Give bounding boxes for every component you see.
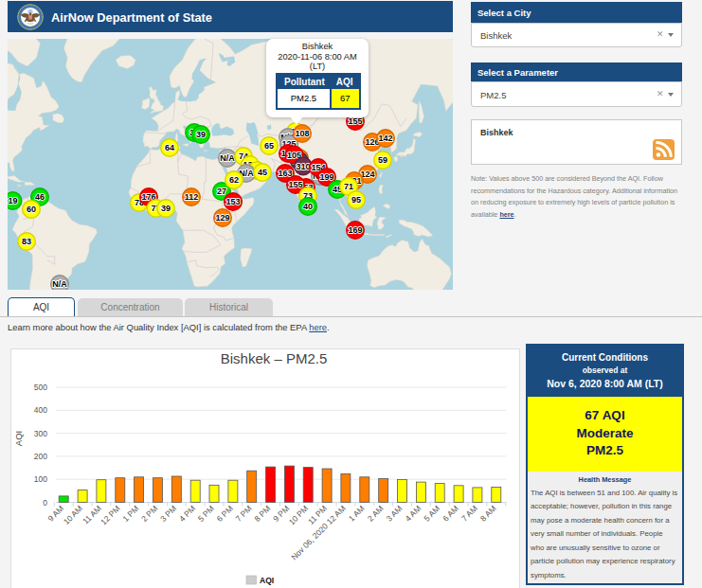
svg-text:169: 169 <box>348 225 362 235</box>
svg-text:400: 400 <box>34 405 47 415</box>
svg-text:100: 100 <box>34 474 47 484</box>
svg-text:10 AM: 10 AM <box>62 504 84 526</box>
svg-text:7 AM: 7 AM <box>459 504 479 524</box>
svg-text:310: 310 <box>296 162 310 171</box>
svg-text:300: 300 <box>34 429 47 438</box>
svg-text:39: 39 <box>196 130 206 139</box>
svg-text:65: 65 <box>264 141 274 151</box>
svg-text:199: 199 <box>319 172 333 182</box>
svg-text:19: 19 <box>8 196 17 205</box>
svg-text:40: 40 <box>303 202 313 211</box>
svg-text:0: 0 <box>43 498 47 508</box>
svg-text:500: 500 <box>34 383 47 392</box>
svg-text:83: 83 <box>22 237 31 246</box>
svg-text:60: 60 <box>27 205 36 214</box>
svg-text:142: 142 <box>378 134 392 143</box>
svg-text:N/A: N/A <box>52 279 67 289</box>
svg-text:2 PM: 2 PM <box>139 504 159 524</box>
svg-text:6 PM: 6 PM <box>215 504 235 524</box>
svg-text:3 PM: 3 PM <box>158 504 178 524</box>
svg-text:10 PM: 10 PM <box>287 504 310 526</box>
svg-text:8 AM: 8 AM <box>478 504 498 524</box>
svg-text:AQI: AQI <box>13 431 24 446</box>
svg-text:112: 112 <box>185 192 199 202</box>
svg-text:8 PM: 8 PM <box>252 504 272 524</box>
svg-text:1 PM: 1 PM <box>120 504 140 524</box>
svg-text:2 AM: 2 AM <box>366 504 386 524</box>
svg-text:5 PM: 5 PM <box>196 504 216 524</box>
svg-text:AQI: AQI <box>260 576 274 585</box>
svg-text:39: 39 <box>161 204 171 213</box>
svg-text:45: 45 <box>258 168 267 177</box>
svg-text:62: 62 <box>229 175 239 185</box>
svg-text:N/A: N/A <box>220 153 235 163</box>
svg-text:59: 59 <box>378 155 387 165</box>
svg-text:108: 108 <box>295 129 309 138</box>
svg-text:71: 71 <box>344 182 353 191</box>
svg-text:12 PM: 12 PM <box>99 504 121 526</box>
svg-text:155: 155 <box>288 180 302 189</box>
svg-text:3 AM: 3 AM <box>385 504 405 524</box>
svg-text:95: 95 <box>351 195 361 205</box>
svg-text:27: 27 <box>217 187 226 196</box>
svg-text:4 AM: 4 AM <box>404 504 423 524</box>
svg-text:200: 200 <box>34 452 47 461</box>
svg-text:Bishkek – PM2.5: Bishkek – PM2.5 <box>221 350 328 366</box>
svg-text:46: 46 <box>35 192 45 202</box>
svg-text:155: 155 <box>348 116 362 126</box>
svg-text:64: 64 <box>165 143 174 152</box>
svg-text:6 AM: 6 AM <box>441 504 460 524</box>
svg-text:5 AM: 5 AM <box>422 504 441 524</box>
svg-text:4 PM: 4 PM <box>177 504 197 524</box>
svg-text:11 AM: 11 AM <box>81 504 103 526</box>
svg-text:1 AM: 1 AM <box>347 504 367 524</box>
svg-text:7 PM: 7 PM <box>234 504 254 524</box>
svg-text:153: 153 <box>225 197 240 206</box>
svg-text:129: 129 <box>215 213 229 223</box>
